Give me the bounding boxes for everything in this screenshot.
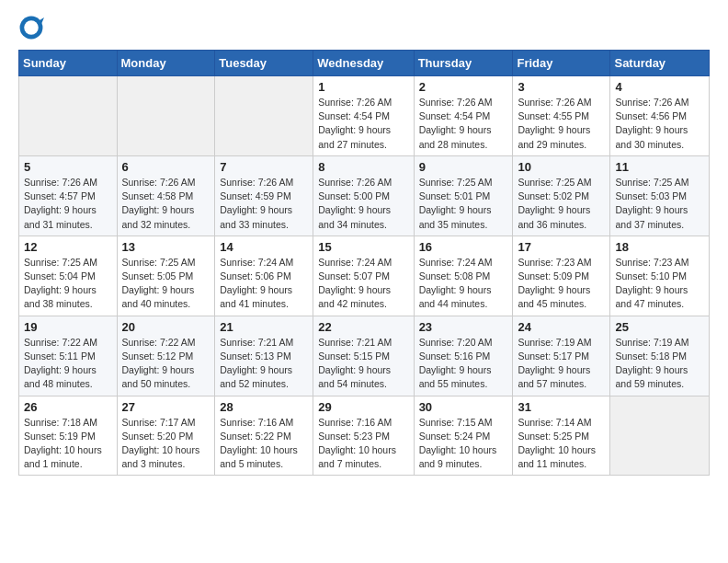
- calendar-cell: 24Sunrise: 7:19 AM Sunset: 5:17 PM Dayli…: [513, 316, 610, 396]
- day-number: 2: [419, 80, 508, 94]
- calendar-week-4: 19Sunrise: 7:22 AM Sunset: 5:11 PM Dayli…: [19, 316, 710, 396]
- day-number: 27: [122, 400, 210, 414]
- calendar-cell: 9Sunrise: 7:25 AM Sunset: 5:01 PM Daylig…: [414, 155, 513, 236]
- calendar-cell: 26Sunrise: 7:18 AM Sunset: 5:19 PM Dayli…: [19, 396, 118, 476]
- day-number: 28: [220, 400, 308, 414]
- logo: [18, 15, 48, 40]
- calendar-cell: 17Sunrise: 7:23 AM Sunset: 5:09 PM Dayli…: [513, 236, 610, 316]
- day-info: Sunrise: 7:26 AM Sunset: 4:57 PM Dayligh…: [24, 176, 112, 232]
- day-number: 12: [24, 240, 112, 254]
- day-info: Sunrise: 7:19 AM Sunset: 5:17 PM Dayligh…: [518, 336, 605, 392]
- calendar-cell: [117, 76, 215, 156]
- calendar-cell: 30Sunrise: 7:15 AM Sunset: 5:24 PM Dayli…: [414, 396, 513, 476]
- calendar-week-1: 1Sunrise: 7:26 AM Sunset: 4:54 PM Daylig…: [19, 76, 710, 156]
- calendar-table: SundayMondayTuesdayWednesdayThursdayFrid…: [18, 50, 710, 476]
- day-info: Sunrise: 7:26 AM Sunset: 4:59 PM Dayligh…: [220, 176, 308, 232]
- calendar-cell: 13Sunrise: 7:25 AM Sunset: 5:05 PM Dayli…: [117, 236, 215, 316]
- day-number: 25: [615, 320, 704, 334]
- day-number: 31: [518, 400, 605, 414]
- day-number: 8: [318, 160, 408, 174]
- calendar-cell: 7Sunrise: 7:26 AM Sunset: 4:59 PM Daylig…: [215, 155, 313, 236]
- calendar-cell: [215, 76, 313, 156]
- day-info: Sunrise: 7:19 AM Sunset: 5:18 PM Dayligh…: [615, 336, 704, 392]
- day-number: 22: [318, 320, 408, 334]
- day-info: Sunrise: 7:26 AM Sunset: 4:56 PM Dayligh…: [615, 96, 704, 152]
- day-number: 26: [24, 400, 112, 414]
- calendar-cell: 21Sunrise: 7:21 AM Sunset: 5:13 PM Dayli…: [215, 316, 313, 396]
- calendar-cell: 10Sunrise: 7:25 AM Sunset: 5:02 PM Dayli…: [513, 155, 610, 236]
- calendar-cell: 3Sunrise: 7:26 AM Sunset: 4:55 PM Daylig…: [513, 76, 610, 156]
- calendar-cell: 19Sunrise: 7:22 AM Sunset: 5:11 PM Dayli…: [19, 316, 118, 396]
- day-info: Sunrise: 7:22 AM Sunset: 5:12 PM Dayligh…: [122, 336, 210, 392]
- logo-icon: [18, 15, 44, 40]
- calendar-cell: 16Sunrise: 7:24 AM Sunset: 5:08 PM Dayli…: [414, 236, 513, 316]
- day-info: Sunrise: 7:26 AM Sunset: 4:58 PM Dayligh…: [122, 176, 210, 232]
- calendar-week-3: 12Sunrise: 7:25 AM Sunset: 5:04 PM Dayli…: [19, 236, 710, 316]
- day-number: 14: [220, 240, 308, 254]
- day-number: 23: [419, 320, 508, 334]
- calendar-cell: 14Sunrise: 7:24 AM Sunset: 5:06 PM Dayli…: [215, 236, 313, 316]
- day-info: Sunrise: 7:26 AM Sunset: 4:54 PM Dayligh…: [419, 96, 508, 152]
- day-number: 21: [220, 320, 308, 334]
- day-number: 5: [24, 160, 112, 174]
- day-info: Sunrise: 7:26 AM Sunset: 5:00 PM Dayligh…: [318, 176, 408, 232]
- day-number: 7: [220, 160, 308, 174]
- calendar-week-5: 26Sunrise: 7:18 AM Sunset: 5:19 PM Dayli…: [19, 396, 710, 476]
- calendar-cell: 6Sunrise: 7:26 AM Sunset: 4:58 PM Daylig…: [117, 155, 215, 236]
- weekday-saturday: Saturday: [610, 51, 710, 76]
- day-number: 24: [518, 320, 605, 334]
- day-info: Sunrise: 7:17 AM Sunset: 5:20 PM Dayligh…: [122, 416, 210, 472]
- calendar-week-2: 5Sunrise: 7:26 AM Sunset: 4:57 PM Daylig…: [19, 155, 710, 236]
- day-number: 11: [615, 160, 704, 174]
- day-number: 15: [318, 240, 408, 254]
- day-info: Sunrise: 7:25 AM Sunset: 5:04 PM Dayligh…: [24, 256, 112, 312]
- calendar-cell: 25Sunrise: 7:19 AM Sunset: 5:18 PM Dayli…: [610, 316, 710, 396]
- day-info: Sunrise: 7:25 AM Sunset: 5:02 PM Dayligh…: [518, 176, 605, 232]
- day-info: Sunrise: 7:20 AM Sunset: 5:16 PM Dayligh…: [419, 336, 508, 392]
- day-info: Sunrise: 7:25 AM Sunset: 5:03 PM Dayligh…: [615, 176, 704, 232]
- calendar-cell: 2Sunrise: 7:26 AM Sunset: 4:54 PM Daylig…: [414, 76, 513, 156]
- calendar-cell: 4Sunrise: 7:26 AM Sunset: 4:56 PM Daylig…: [610, 76, 710, 156]
- calendar-cell: 12Sunrise: 7:25 AM Sunset: 5:04 PM Dayli…: [19, 236, 118, 316]
- day-number: 13: [122, 240, 210, 254]
- day-info: Sunrise: 7:23 AM Sunset: 5:09 PM Dayligh…: [518, 256, 605, 312]
- weekday-friday: Friday: [513, 51, 610, 76]
- day-info: Sunrise: 7:23 AM Sunset: 5:10 PM Dayligh…: [615, 256, 704, 312]
- weekday-tuesday: Tuesday: [215, 51, 313, 76]
- day-number: 19: [24, 320, 112, 334]
- day-info: Sunrise: 7:24 AM Sunset: 5:07 PM Dayligh…: [318, 256, 408, 312]
- calendar-cell: 29Sunrise: 7:16 AM Sunset: 5:23 PM Dayli…: [313, 396, 414, 476]
- day-number: 17: [518, 240, 605, 254]
- calendar-cell: 27Sunrise: 7:17 AM Sunset: 5:20 PM Dayli…: [117, 396, 215, 476]
- day-info: Sunrise: 7:14 AM Sunset: 5:25 PM Dayligh…: [518, 416, 605, 472]
- calendar-cell: 8Sunrise: 7:26 AM Sunset: 5:00 PM Daylig…: [313, 155, 414, 236]
- day-number: 6: [122, 160, 210, 174]
- page: SundayMondayTuesdayWednesdayThursdayFrid…: [0, 0, 728, 494]
- day-number: 4: [615, 80, 704, 94]
- weekday-wednesday: Wednesday: [313, 51, 414, 76]
- calendar-cell: 23Sunrise: 7:20 AM Sunset: 5:16 PM Dayli…: [414, 316, 513, 396]
- calendar-cell: 28Sunrise: 7:16 AM Sunset: 5:22 PM Dayli…: [215, 396, 313, 476]
- day-info: Sunrise: 7:15 AM Sunset: 5:24 PM Dayligh…: [419, 416, 508, 472]
- calendar-cell: 1Sunrise: 7:26 AM Sunset: 4:54 PM Daylig…: [313, 76, 414, 156]
- day-info: Sunrise: 7:16 AM Sunset: 5:23 PM Dayligh…: [318, 416, 408, 472]
- day-number: 10: [518, 160, 605, 174]
- day-info: Sunrise: 7:21 AM Sunset: 5:15 PM Dayligh…: [318, 336, 408, 392]
- calendar-cell: [610, 396, 710, 476]
- day-number: 16: [419, 240, 508, 254]
- day-number: 30: [419, 400, 508, 414]
- weekday-sunday: Sunday: [19, 51, 118, 76]
- day-number: 29: [318, 400, 408, 414]
- day-info: Sunrise: 7:24 AM Sunset: 5:08 PM Dayligh…: [419, 256, 508, 312]
- day-number: 18: [615, 240, 704, 254]
- calendar-cell: 15Sunrise: 7:24 AM Sunset: 5:07 PM Dayli…: [313, 236, 414, 316]
- calendar-cell: 11Sunrise: 7:25 AM Sunset: 5:03 PM Dayli…: [610, 155, 710, 236]
- calendar-cell: [19, 76, 118, 156]
- day-info: Sunrise: 7:25 AM Sunset: 5:05 PM Dayligh…: [122, 256, 210, 312]
- day-number: 20: [122, 320, 210, 334]
- day-info: Sunrise: 7:25 AM Sunset: 5:01 PM Dayligh…: [419, 176, 508, 232]
- day-number: 9: [419, 160, 508, 174]
- day-number: 3: [518, 80, 605, 94]
- day-info: Sunrise: 7:21 AM Sunset: 5:13 PM Dayligh…: [220, 336, 308, 392]
- header: [18, 15, 710, 40]
